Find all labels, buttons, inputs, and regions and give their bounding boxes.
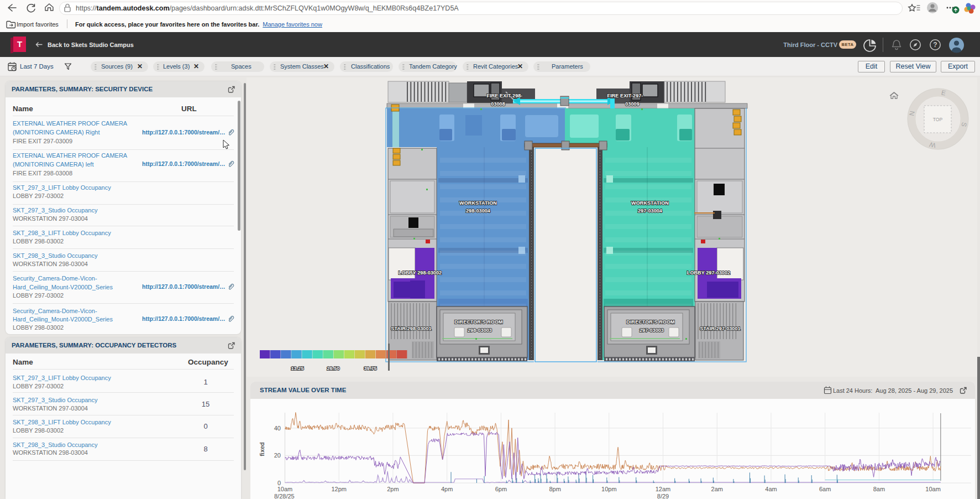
svg-text:FIRE EXIT 298-: FIRE EXIT 298- — [487, 93, 523, 98]
svg-text:10am: 10am — [277, 486, 293, 492]
svg-text:LOBBY 297-03002: LOBBY 297-03002 — [687, 270, 730, 276]
svg-text:WORKSTATION: WORKSTATION — [459, 200, 497, 206]
svg-text:10pm: 10pm — [601, 486, 617, 492]
svg-text:297-03003: 297-03003 — [640, 328, 664, 333]
svg-text:03009: 03009 — [625, 101, 640, 107]
svg-text:8/28/25: 8/28/25 — [274, 493, 295, 499]
svg-text:8/29: 8/29 — [657, 493, 669, 499]
svg-text:297-03004: 297-03004 — [638, 208, 662, 214]
svg-text:fixed: fixed — [259, 442, 265, 456]
svg-text:12am: 12am — [656, 486, 671, 492]
svg-text:2pm: 2pm — [387, 486, 399, 492]
svg-text:8pm: 8pm — [549, 486, 560, 492]
svg-text:298-03004: 298-03004 — [466, 208, 490, 214]
svg-text:?: ? — [933, 41, 937, 49]
svg-text:4pm: 4pm — [441, 486, 453, 492]
svg-text:FIRE EXIT-297-: FIRE EXIT-297- — [607, 93, 643, 98]
svg-text:LOBBY 298-03002: LOBBY 298-03002 — [399, 270, 442, 276]
svg-text:298-03003: 298-03003 — [468, 328, 492, 333]
svg-text:STAIR 298-03001: STAIR 298-03001 — [391, 326, 431, 331]
svg-text:39.75: 39.75 — [364, 366, 376, 371]
svg-text:DIRECTOR’S ROOM: DIRECTOR’S ROOM — [454, 319, 502, 325]
svg-text:6pm: 6pm — [495, 486, 507, 492]
svg-text:2am: 2am — [711, 486, 723, 492]
svg-text:STAIR 297-03001: STAIR 297-03001 — [700, 326, 740, 331]
svg-text:26.50: 26.50 — [327, 366, 339, 371]
svg-text:4am: 4am — [765, 486, 777, 492]
svg-text:DIRECTOR’S ROOM: DIRECTOR’S ROOM — [626, 319, 674, 325]
svg-text:6am: 6am — [819, 486, 831, 492]
svg-text:10am: 10am — [925, 486, 941, 492]
svg-text:WORKSTATION: WORKSTATION — [631, 200, 669, 206]
svg-text:20: 20 — [274, 452, 281, 459]
svg-text:TOP: TOP — [933, 117, 943, 122]
svg-text:12pm: 12pm — [331, 486, 347, 492]
svg-text:8am: 8am — [873, 486, 885, 492]
svg-text:40: 40 — [274, 425, 281, 432]
svg-text:13.25: 13.25 — [291, 366, 303, 371]
svg-text:03008: 03008 — [491, 101, 505, 107]
